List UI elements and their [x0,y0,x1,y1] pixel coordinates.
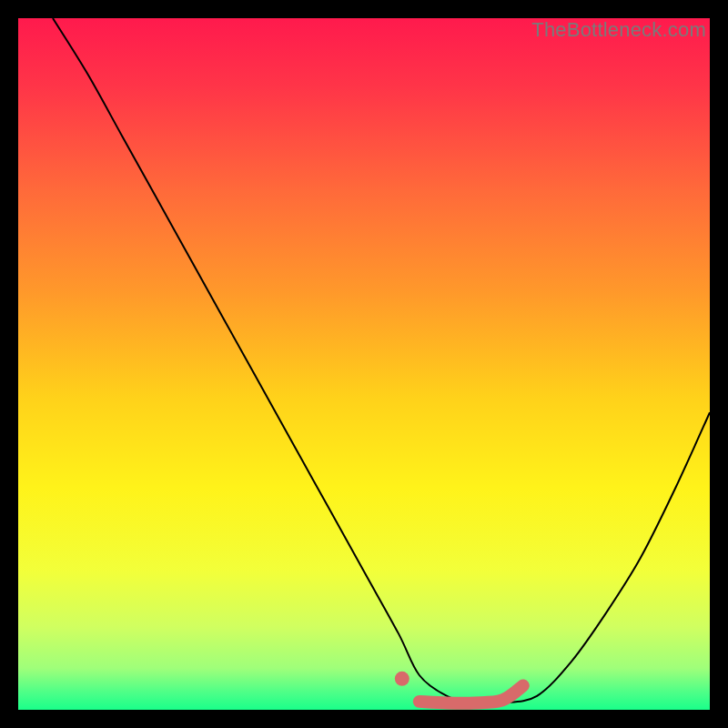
highlight-dot [395,672,410,686]
plot-svg [18,18,710,710]
chart-frame: TheBottleneck.com [18,18,710,710]
bottleneck-curve [53,18,710,703]
